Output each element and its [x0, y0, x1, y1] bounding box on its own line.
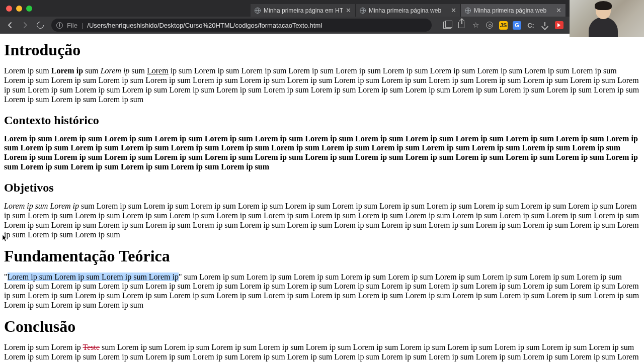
download-icon[interactable]	[540, 21, 549, 30]
address-scheme: File	[67, 22, 77, 29]
paragraph-conclusao: Lorem ip sum Lorem ip Teste sum Lorem ip…	[4, 343, 640, 362]
text-run: sum	[83, 66, 101, 75]
info-icon[interactable]: i	[56, 22, 63, 29]
extension-js-icon[interactable]: JS	[499, 21, 508, 30]
tab-title: Minha primeira página em HTM	[264, 7, 343, 14]
back-button[interactable]	[4, 19, 16, 31]
arrow-right-icon	[22, 22, 29, 29]
globe-icon	[465, 8, 471, 14]
extension-c-icon[interactable]: C:	[526, 21, 535, 30]
selected-text[interactable]: Lorem ip sum Lorem ip sum Lorem ip sum L…	[8, 273, 179, 281]
heading-conclusao: Conclusão	[4, 317, 640, 336]
browser-tab-1[interactable]: Minha primeira página em HTM ✕	[251, 4, 356, 17]
text-run: Lorem ip sum Lorem ip	[4, 343, 83, 351]
quote-open: "	[4, 273, 8, 281]
text-run: sum Lorem ip sum Lorem ip sum Lorem ip s…	[4, 343, 639, 362]
browser-tab-3[interactable]: Minha primeira página web ✕	[461, 4, 566, 17]
heading-objetivos: Objetivos	[4, 181, 640, 195]
globe-icon	[255, 8, 261, 14]
extension-video-icon[interactable]	[554, 21, 564, 30]
paragraph-introducao: Lorem ip sum Lorem ip sum Lorem ip sum L…	[4, 66, 640, 105]
address-bar[interactable]: i File | /Users/henriqueshishido/Desktop…	[51, 19, 432, 32]
close-window-button[interactable]	[6, 6, 12, 12]
paragraph-contexto: Lorem ip sum Lorem ip sum Lorem ip sum L…	[4, 134, 640, 172]
reload-button[interactable]	[34, 19, 46, 31]
heading-introducao: Introdução	[4, 41, 640, 59]
extension-circle-icon[interactable]	[485, 21, 494, 30]
address-separator: |	[82, 22, 83, 29]
globe-icon	[360, 8, 366, 14]
minimize-window-button[interactable]	[16, 6, 22, 12]
page-content: Introdução Lorem ip sum Lorem ip sum Lor…	[0, 34, 644, 362]
bold-text: Lorem ip sum Lorem ip sum Lorem ip sum L…	[4, 134, 638, 171]
text-run: sum Lorem ip sum Lorem ip sum Lorem ip s…	[4, 202, 639, 239]
text-run: sum	[129, 66, 147, 75]
underline-text: Lorem	[147, 66, 169, 75]
browser-tab-2[interactable]: Minha primeira página web ✕	[356, 4, 461, 17]
text-run: Lorem ip sum	[4, 66, 51, 75]
bookmark-star-icon[interactable]: ☆	[471, 21, 480, 30]
paragraph-fundamentacao: "Lorem ip sum Lorem ip sum Lorem ip sum …	[4, 273, 640, 311]
italic-text: Lorem ip sum Lorem ip	[4, 202, 79, 210]
window-titlebar: Minha primeira página em HTM ✕ Minha pri…	[0, 0, 644, 17]
bold-text: Lorem ip	[51, 66, 83, 75]
close-tab-icon[interactable]: ✕	[556, 7, 561, 14]
browser-toolbar: i File | /Users/henriqueshishido/Desktop…	[0, 17, 644, 34]
tab-title: Minha primeira página web	[369, 7, 448, 14]
maximize-window-button[interactable]	[26, 6, 32, 12]
address-path: /Users/henriqueshishido/Desktop/Curso%20…	[87, 22, 322, 29]
arrow-left-icon	[7, 22, 14, 29]
close-tab-icon[interactable]: ✕	[346, 7, 351, 14]
close-tab-icon[interactable]: ✕	[451, 7, 456, 14]
webcam-overlay	[570, 0, 644, 37]
translate-icon[interactable]	[443, 21, 452, 30]
forward-button[interactable]	[19, 19, 31, 31]
tab-title: Minha primeira página web	[474, 7, 553, 14]
heading-contexto: Contexto histórico	[4, 114, 640, 127]
paragraph-objetivos: Lorem ip sum Lorem ip sum Lorem ip sum L…	[4, 202, 640, 240]
italic-text: Lorem ip	[101, 66, 130, 75]
deleted-text: Teste	[83, 343, 100, 351]
tab-strip: Minha primeira página em HTM ✕ Minha pri…	[251, 4, 566, 17]
traffic-lights	[6, 6, 32, 12]
reload-icon	[35, 20, 45, 30]
heading-fundamentacao: Fundamentação Teórica	[4, 247, 640, 265]
extension-google-icon[interactable]: G	[513, 21, 521, 30]
share-icon[interactable]	[457, 21, 466, 30]
